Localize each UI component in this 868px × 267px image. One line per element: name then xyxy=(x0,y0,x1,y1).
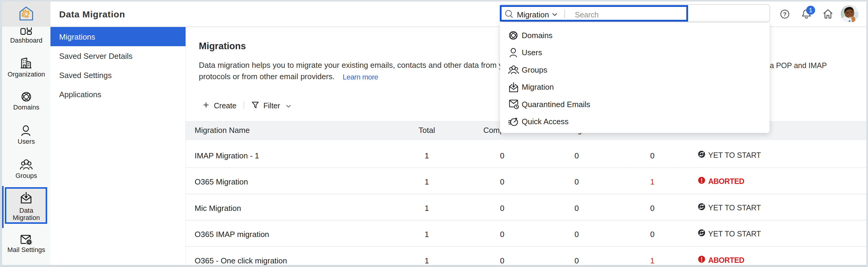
svg-text:?: ? xyxy=(783,11,786,18)
